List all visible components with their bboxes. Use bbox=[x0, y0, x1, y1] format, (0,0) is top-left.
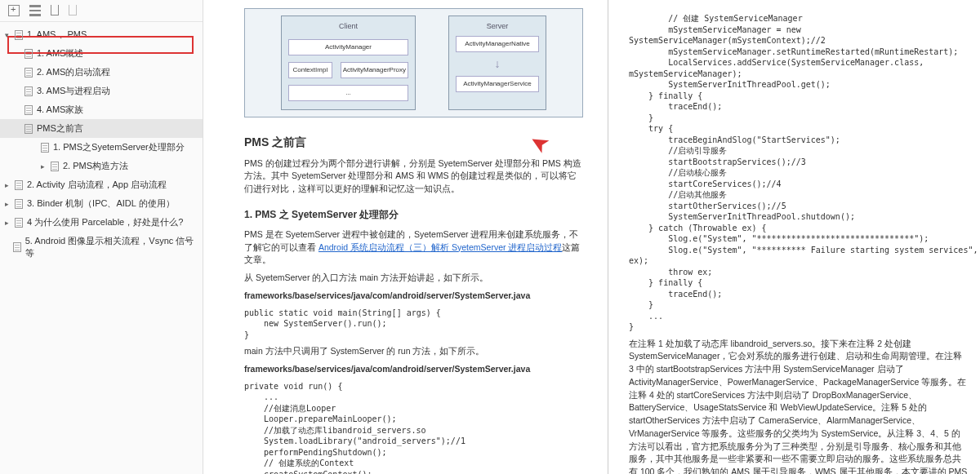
tree-label: 4. AMS家族 bbox=[37, 104, 83, 116]
page-icon bbox=[13, 242, 21, 252]
tree-item-parcelable[interactable]: ▸4 为什么使用 Parcelable，好处是什么? bbox=[0, 213, 203, 232]
sidebar: ▾1. AMS 、PMS 1. AMS概述 2. AMS的启动流程 3. AMS… bbox=[0, 0, 203, 474]
paragraph: PMS 是在 SyetemServer 进程中被创建的，SyetemServer… bbox=[244, 228, 583, 267]
page-icon bbox=[24, 105, 33, 115]
code-block: public static void main(String[] args) {… bbox=[244, 308, 583, 341]
paragraph: 在注释 1 处加载了动态库 libandroid_servers.so。接下来在… bbox=[629, 338, 968, 475]
paragraph: 从 SyetemServer 的入口方法 main 方法开始讲起，如下所示。 bbox=[244, 272, 583, 285]
tree-item-ams-pms[interactable]: ▾1. AMS 、PMS bbox=[0, 25, 203, 44]
page-icon bbox=[41, 143, 49, 153]
chevron-right-icon: ▸ bbox=[5, 219, 13, 227]
page-icon bbox=[15, 180, 23, 190]
diagram-title: Client bbox=[287, 21, 410, 33]
server-box: Server ActivityManagerNative ↓ ActivityM… bbox=[448, 16, 546, 110]
paragraph: main 方法中只调用了 SystemServer 的 run 方法，如下所示。 bbox=[244, 345, 583, 358]
diagram-item: ... bbox=[288, 85, 408, 101]
new-note-icon[interactable] bbox=[8, 5, 20, 16]
file-path: frameworks/base/services/java/com/androi… bbox=[244, 363, 583, 376]
client-box: Client ActivityManager ContextImplActivi… bbox=[281, 16, 416, 110]
chevron-right-icon: ▸ bbox=[41, 162, 49, 171]
tree-label: 2. PMS构造方法 bbox=[63, 160, 128, 172]
diagram-title: Server bbox=[454, 21, 541, 33]
heading-section1: 1. PMS 之 SyetemServer 处理部分 bbox=[244, 207, 583, 222]
page-right: // 创建 SystemServiceManager mSystemServic… bbox=[608, 0, 980, 474]
tree-item-activity[interactable]: ▸2. Activity 启动流程，App 启动流程 bbox=[0, 175, 203, 194]
page-icon bbox=[15, 30, 23, 40]
architecture-diagram: Client ActivityManager ContextImplActivi… bbox=[244, 8, 583, 117]
page-icon bbox=[24, 124, 33, 134]
code-block: // 创建 SystemServiceManager mSystemServic… bbox=[629, 13, 968, 333]
page-icon bbox=[15, 199, 23, 209]
content-area: Client ActivityManager ContextImplActivi… bbox=[203, 0, 980, 474]
page-left: Client ActivityManager ContextImplActivi… bbox=[203, 0, 608, 474]
toolbar bbox=[0, 0, 203, 22]
tree-item-ams-family[interactable]: 4. AMS家族 bbox=[0, 100, 203, 119]
tree-item-ams-overview[interactable]: 1. AMS概述 bbox=[0, 44, 203, 63]
page-icon bbox=[24, 68, 33, 78]
diagram-item: ActivityManager bbox=[288, 39, 408, 55]
chevron-right-icon: ▸ bbox=[5, 181, 13, 189]
paragraph: PMS 的创建过程分为两个部分进行讲解，分别是 SyetemServer 处理部… bbox=[244, 157, 583, 196]
tree-label: 3. Binder 机制（IPC、AIDL 的使用） bbox=[27, 197, 175, 210]
tree-label: 1. AMS概述 bbox=[37, 47, 83, 60]
chevron-right-icon: ▸ bbox=[5, 200, 13, 208]
page-icon bbox=[24, 86, 33, 96]
code-block: private void run() { ... //创建消息Looper Lo… bbox=[244, 381, 583, 475]
tree-item-pms-systemserver[interactable]: 1. PMS之SyetemServer处理部分 bbox=[0, 138, 203, 157]
tree-item-pms-construct[interactable]: ▸2. PMS构造方法 bbox=[0, 157, 203, 175]
tree-item-binder[interactable]: ▸3. Binder 机制（IPC、AIDL 的使用） bbox=[0, 194, 203, 213]
bookmark-outline-icon[interactable] bbox=[69, 5, 77, 16]
outline-tree: ▾1. AMS 、PMS 1. AMS概述 2. AMS的启动流程 3. AMS… bbox=[0, 22, 203, 266]
chevron-down-icon: ▾ bbox=[5, 31, 13, 39]
diagram-item: ContextImpl bbox=[288, 62, 332, 78]
diagram-item: ActivityManagerService bbox=[456, 76, 539, 92]
tree-label: 3. AMS与进程启动 bbox=[37, 85, 110, 97]
bookmark-icon[interactable] bbox=[51, 5, 59, 16]
tree-label: PMS之前言 bbox=[37, 122, 83, 135]
tree-label: 1. AMS 、PMS bbox=[27, 29, 87, 41]
tree-label: 1. PMS之SyetemServer处理部分 bbox=[53, 141, 185, 153]
collapse-icon[interactable] bbox=[29, 5, 41, 16]
tree-label: 2. AMS的启动流程 bbox=[37, 66, 110, 78]
diagram-item: ActivityManagerNative bbox=[456, 36, 539, 52]
tree-item-pms-preface[interactable]: PMS之前言 bbox=[0, 119, 203, 138]
tree-label: 4 为什么使用 Parcelable，好处是什么? bbox=[27, 216, 183, 228]
page-icon bbox=[15, 218, 23, 228]
page-icon bbox=[24, 49, 33, 59]
tree-item-ams-process[interactable]: 3. AMS与进程启动 bbox=[0, 82, 203, 100]
tree-item-ams-launch[interactable]: 2. AMS的启动流程 bbox=[0, 63, 203, 82]
page-icon bbox=[51, 162, 59, 171]
tree-item-android-image[interactable]: 5. Android 图像显示相关流程，Vsync 信号等 bbox=[0, 232, 203, 263]
tree-label: 5. Android 图像显示相关流程，Vsync 信号等 bbox=[25, 235, 198, 259]
link-android-launch[interactable]: Android 系统启动流程（三）解析 SyetemServer 进程启动过程 bbox=[318, 242, 562, 252]
diagram-item: ActivityManagerProxy bbox=[341, 62, 408, 78]
file-path: frameworks/base/services/java/com/androi… bbox=[244, 290, 583, 303]
tree-label: 2. Activity 启动流程，App 启动流程 bbox=[27, 179, 167, 191]
